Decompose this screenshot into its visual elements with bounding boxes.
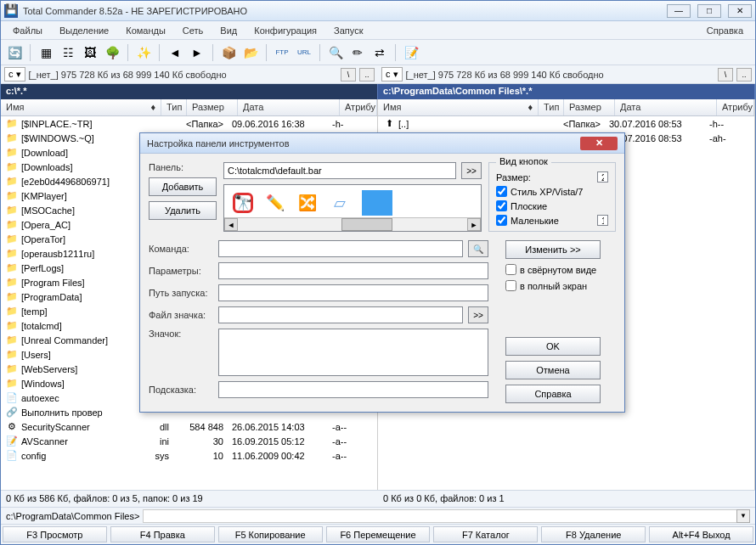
f3-button[interactable]: F3 Просмотр xyxy=(3,526,107,542)
left-root-button[interactable]: \ xyxy=(341,68,356,81)
ok-button[interactable]: OK xyxy=(505,337,601,356)
scroll-thumb[interactable] xyxy=(341,218,392,231)
file-row[interactable]: 📝 AVScanner ini 30 16.09.2015 05:12 -a-- xyxy=(1,434,377,448)
menu-net[interactable]: Сеть xyxy=(176,24,210,37)
minimize-icon[interactable]: — xyxy=(667,4,691,18)
flat-checkbox[interactable]: Плоские xyxy=(496,200,608,211)
close-icon[interactable]: ✕ xyxy=(728,4,752,18)
binoculars-icon[interactable]: 🔭 xyxy=(233,193,253,213)
right-up-button[interactable]: .. xyxy=(736,68,752,81)
file-name: [temp] xyxy=(21,306,140,317)
cmdline-dropdown-icon[interactable]: ▼ xyxy=(736,509,750,523)
right-root-button[interactable]: \ xyxy=(718,68,733,81)
menu-config[interactable]: Конфигурация xyxy=(247,24,324,37)
file-size: 10 xyxy=(172,451,223,461)
notepad-icon[interactable]: 📝 xyxy=(401,42,421,63)
col-name[interactable]: Имя ♦ xyxy=(1,99,161,115)
cancel-button[interactable]: Отмена xyxy=(505,361,601,379)
col-date[interactable]: Дата xyxy=(615,99,717,115)
small-size-input[interactable] xyxy=(597,215,608,226)
f8-button[interactable]: F8 Удаление xyxy=(541,526,646,542)
startpath-input[interactable] xyxy=(218,284,488,301)
f5-button[interactable]: F5 Копирование xyxy=(218,526,323,542)
menu-view[interactable]: Вид xyxy=(213,24,244,37)
command-browse-icon[interactable]: 🔍 xyxy=(468,240,488,257)
icon-preview[interactable] xyxy=(218,329,488,376)
browse-panel-button[interactable]: >> xyxy=(461,162,482,179)
file-date: 16.09.2015 05:12 xyxy=(227,436,329,447)
xp-style-checkbox[interactable]: Стиль XP/Vista/7 xyxy=(496,186,608,197)
url-icon[interactable]: URL xyxy=(294,42,314,63)
file-row[interactable]: ⬆ [..] <Папка> 30.07.2016 08:53 -h-- xyxy=(378,116,754,131)
add-button[interactable]: Добавить xyxy=(149,177,217,196)
sync-tool-icon[interactable]: 🔀 xyxy=(297,193,318,213)
back-icon[interactable]: ◄ xyxy=(165,42,185,63)
params-input[interactable] xyxy=(218,262,488,279)
refresh-icon[interactable]: 🔄 xyxy=(4,42,25,63)
fullscreen-checkbox[interactable]: в полный экран xyxy=(505,280,616,291)
view-full-icon[interactable]: ☷ xyxy=(58,42,78,63)
maximize-icon[interactable]: □ xyxy=(697,4,721,18)
view-tree-icon[interactable]: 🌳 xyxy=(102,42,122,63)
left-path[interactable]: c:\*.* xyxy=(1,84,378,99)
col-type[interactable]: Тип xyxy=(539,99,564,115)
file-icon: 📁 xyxy=(6,205,18,216)
command-input[interactable] xyxy=(218,240,463,257)
notepad-tool-icon[interactable]: ▱ xyxy=(330,193,350,213)
delete-button[interactable]: Удалить xyxy=(149,201,217,220)
right-drive-select[interactable]: c ▾ xyxy=(381,67,403,81)
search-icon[interactable]: 🔍 xyxy=(325,42,346,63)
menu-start[interactable]: Запуск xyxy=(327,24,370,37)
menu-files[interactable]: Файлы xyxy=(6,24,49,37)
panel-label: Панель: xyxy=(149,162,183,172)
icon-strip[interactable]: 🔭 ✏️ 🔀 ▱ ◄ ► xyxy=(223,184,482,232)
menu-commands[interactable]: Команды xyxy=(119,24,172,37)
left-up-button[interactable]: .. xyxy=(359,68,375,81)
cmdline-input[interactable] xyxy=(143,509,737,523)
left-drive-select[interactable]: c ▾ xyxy=(4,67,25,81)
hint-input[interactable] xyxy=(218,381,488,398)
f6-button[interactable]: F6 Перемещение xyxy=(326,526,431,542)
sync-dirs-icon[interactable]: ⇄ xyxy=(370,42,390,63)
rename-tool-icon[interactable]: ✏️ xyxy=(265,193,285,213)
multi-rename-icon[interactable]: ✏ xyxy=(347,42,368,63)
file-row[interactable]: 📁 [$INPLACE.~TR] <Папка> 09.06.2016 16:3… xyxy=(1,116,377,131)
menu-selection[interactable]: Выделение xyxy=(53,24,116,37)
col-size[interactable]: Размер xyxy=(564,99,615,115)
view-thumb-icon[interactable]: 🖼 xyxy=(80,42,100,63)
col-size[interactable]: Размер xyxy=(187,99,238,115)
file-row[interactable]: 📄 config sys 10 11.06.2009 00:42 -a-- xyxy=(1,448,377,463)
ftp-icon[interactable]: FTP xyxy=(272,42,292,63)
forward-icon[interactable]: ► xyxy=(187,42,207,63)
pack-icon[interactable]: 📦 xyxy=(218,42,239,63)
invert-selection-icon[interactable]: ✨ xyxy=(133,42,154,63)
help-button[interactable]: Справка xyxy=(505,385,601,403)
small-checkbox[interactable] xyxy=(496,215,507,226)
iconfile-input[interactable] xyxy=(218,306,463,323)
file-row[interactable]: ⚙ SecurityScanner dll 584 848 26.06.2015… xyxy=(1,419,377,434)
f7-button[interactable]: F7 Каталог xyxy=(433,526,538,542)
col-attr[interactable]: Атрибу xyxy=(717,99,754,115)
altf4-button[interactable]: Alt+F4 Выход xyxy=(649,526,753,542)
change-button[interactable]: Изменить >> xyxy=(505,240,601,259)
minimized-checkbox[interactable]: в свёрнутом виде xyxy=(505,264,616,275)
scroll-left-icon[interactable]: ◄ xyxy=(224,218,238,231)
col-date[interactable]: Дата xyxy=(238,99,340,115)
file-name: autoexec xyxy=(21,393,140,403)
blank-tool-icon[interactable] xyxy=(362,190,392,216)
unpack-icon[interactable]: 📂 xyxy=(240,42,261,63)
dialog-close-icon[interactable]: ✕ xyxy=(580,137,618,150)
panel-path-input[interactable] xyxy=(223,162,456,179)
iconfile-browse-button[interactable]: >> xyxy=(468,306,488,323)
file-name: [Windows] xyxy=(21,379,140,389)
col-name[interactable]: Имя ♦ xyxy=(378,99,539,115)
scroll-right-icon[interactable]: ► xyxy=(467,218,481,231)
f4-button[interactable]: F4 Правка xyxy=(110,526,215,542)
size-input[interactable] xyxy=(597,171,608,183)
right-path[interactable]: c:\ProgramData\Common Files\*.* xyxy=(378,84,755,99)
file-name: [OperaTor] xyxy=(21,234,140,244)
col-type[interactable]: Тип xyxy=(161,99,187,115)
menu-help[interactable]: Справка xyxy=(700,24,750,37)
view-brief-icon[interactable]: ▦ xyxy=(36,42,56,63)
col-attr[interactable]: Атрибу xyxy=(340,99,377,115)
